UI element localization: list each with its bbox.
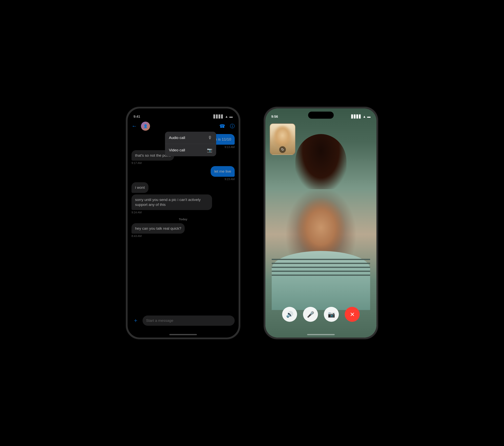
signal-icon-2: ▋▋▋▋ — [351, 115, 361, 119]
audio-call-icon[interactable]: ☎ — [219, 124, 225, 129]
speaker-icon: 🔊 — [286, 311, 293, 318]
end-call-icon: ✕ — [350, 311, 355, 318]
flip-camera-button[interactable]: ↻ — [279, 146, 286, 153]
clothing-detail — [272, 251, 370, 310]
stripe-5 — [272, 275, 370, 276]
end-call-button[interactable]: ✕ — [345, 307, 360, 322]
dynamic-island-2 — [308, 112, 334, 119]
video-call-label: Video call — [169, 148, 185, 152]
stripe-2 — [272, 263, 370, 264]
home-indicator-2 — [307, 334, 335, 335]
phone-video-call: 9:56 ▋▋▋▋ ▲ ▬ ↻ 🔊 🎤 📷 — [264, 107, 378, 339]
call-type-dropdown: Audio call 🎙 Video call 📷 — [165, 132, 216, 156]
camera-toggle-icon: 📷 — [328, 311, 335, 318]
info-icon[interactable]: ⓘ — [230, 123, 235, 129]
microphone-icon: 🎙 — [208, 135, 212, 140]
flip-camera-icon: ↻ — [281, 147, 284, 152]
stripe-4 — [272, 271, 370, 272]
status-icons-2: ▋▋▋▋ ▲ ▬ — [351, 115, 371, 119]
phone-messaging: 9:41 ▋▋▋▋ ▲ ▬ ← 👤 ☎ ⓘ Audio call 🎙 — [126, 107, 240, 339]
messaging-screen: 9:41 ▋▋▋▋ ▲ ▬ ← 👤 ☎ ⓘ Audio call 🎙 — [127, 108, 239, 338]
stripe-3 — [272, 267, 370, 268]
self-view-pip[interactable]: ↻ — [270, 124, 295, 155]
camera-icon: 📷 — [207, 148, 212, 153]
video-call-screen: 9:56 ▋▋▋▋ ▲ ▬ ↻ 🔊 🎤 📷 — [265, 108, 377, 338]
back-button[interactable]: ← — [131, 123, 137, 129]
mute-button[interactable]: 🎤 — [303, 307, 318, 322]
hair-detail — [295, 134, 346, 189]
speaker-button[interactable]: 🔊 — [282, 307, 297, 322]
camera-toggle-button[interactable]: 📷 — [324, 307, 339, 322]
audio-call-option[interactable]: Audio call 🎙 — [165, 132, 216, 144]
status-time-2: 9:56 — [271, 115, 278, 119]
battery-icon-2: ▬ — [367, 115, 371, 119]
wifi-icon-2: ▲ — [363, 115, 366, 119]
video-call-option[interactable]: Video call 📷 — [165, 144, 216, 156]
stripe-1 — [272, 259, 370, 260]
message-header: ← 👤 ☎ ⓘ — [127, 120, 239, 132]
audio-call-label: Audio call — [169, 136, 185, 140]
call-controls: 🔊 🎤 📷 ✕ — [265, 307, 377, 322]
mute-icon: 🎤 — [307, 311, 314, 318]
header-action-icons: ☎ ⓘ — [219, 123, 235, 129]
contact-avatar[interactable]: 👤 — [141, 122, 150, 131]
